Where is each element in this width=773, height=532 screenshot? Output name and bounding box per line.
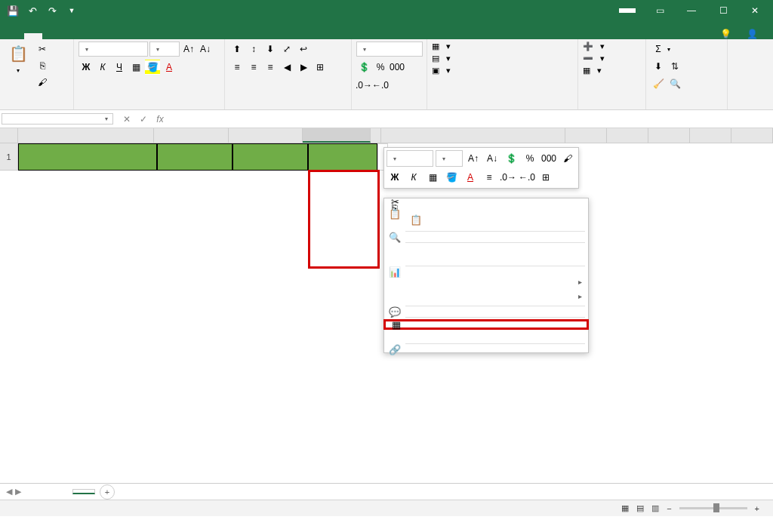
decrease-indent-icon[interactable]: ◀ (279, 60, 294, 75)
fill-color-icon[interactable]: 🪣 (145, 60, 160, 75)
col-header-j[interactable] (648, 128, 690, 143)
tab-review[interactable] (115, 33, 133, 39)
close-icon[interactable]: ✕ (740, 0, 770, 21)
name-box[interactable]: ▾ (2, 113, 113, 125)
sheet-nav-prev-icon[interactable]: ◀ (6, 487, 12, 497)
add-sheet-button[interactable]: + (100, 484, 115, 500)
align-top-icon[interactable]: ⬆ (229, 42, 245, 57)
increase-decimal-icon[interactable]: .0→ (356, 78, 371, 93)
col-header-c[interactable] (229, 128, 303, 143)
mini-format-painter-icon[interactable]: 🖌 (559, 150, 576, 167)
bold-icon[interactable]: Ж (79, 60, 94, 75)
tab-home[interactable] (24, 33, 42, 39)
mini-merge-icon[interactable]: ⊞ (537, 169, 554, 186)
ctx-paste-special[interactable] (384, 223, 588, 229)
zoom-out-icon[interactable]: − (667, 504, 671, 513)
tab-page-layout[interactable] (60, 33, 79, 39)
sheet-tab-active[interactable] (72, 489, 95, 494)
ctx-sort[interactable]: ▸ (384, 289, 588, 303)
sort-filter-icon[interactable]: ⇅ (667, 59, 682, 74)
tab-file[interactable] (6, 33, 24, 39)
ctx-paste-default[interactable]: 📋 (384, 217, 588, 223)
mini-italic-icon[interactable]: К (405, 169, 422, 186)
orientation-icon[interactable]: ⤢ (279, 42, 294, 57)
tab-formulas[interactable] (79, 33, 97, 39)
ctx-pick-list[interactable] (384, 329, 588, 335)
format-painter-icon[interactable]: 🖌 (35, 75, 50, 90)
wrap-text-icon[interactable]: ↩ (296, 42, 311, 57)
fx-icon[interactable]: fx (152, 114, 168, 125)
formula-input[interactable] (172, 118, 773, 121)
col-header-e[interactable] (371, 128, 381, 143)
decrease-decimal-icon[interactable]: ←.0 (373, 78, 388, 93)
mini-percent-icon[interactable]: % (522, 150, 538, 167)
mini-size-combo[interactable]: ▾ (436, 150, 463, 167)
ctx-cut[interactable]: ✂ (384, 198, 588, 204)
tab-developer[interactable] (151, 33, 169, 39)
col-header-a[interactable] (18, 128, 155, 143)
ctx-comment[interactable]: 💬 (384, 309, 588, 315)
ctx-define-name[interactable] (384, 335, 588, 341)
tab-data[interactable] (97, 33, 115, 39)
enter-formula-icon[interactable]: ✓ (136, 114, 151, 125)
mini-comma-icon[interactable]: 000 (540, 150, 557, 167)
ribbon-options-icon[interactable]: ▭ (645, 0, 675, 21)
autosum-icon[interactable]: Σ (651, 42, 666, 57)
mini-fill-icon[interactable]: 🪣 (443, 169, 460, 186)
percent-icon[interactable]: % (373, 60, 388, 75)
view-page-layout-icon[interactable]: ▤ (636, 503, 644, 513)
merge-icon[interactable]: ⊞ (313, 60, 328, 75)
align-right-icon[interactable]: ≡ (263, 60, 278, 75)
clear-icon[interactable]: 🧹 (651, 76, 666, 91)
mini-currency-icon[interactable]: 💲 (503, 150, 519, 167)
cancel-formula-icon[interactable]: ✕ (119, 114, 134, 125)
delete-cells-button[interactable]: ➖ ▾ (583, 54, 605, 63)
font-size-combo[interactable]: ▾ (149, 42, 180, 57)
align-center-icon[interactable]: ≡ (246, 60, 261, 75)
fill-icon[interactable]: ⬇ (651, 59, 666, 74)
col-header-i[interactable] (607, 128, 648, 143)
find-icon[interactable]: 🔍 (667, 76, 682, 91)
border-icon[interactable]: ▦ (128, 60, 143, 75)
mini-dec-decimal-icon[interactable]: ←.0 (519, 169, 535, 186)
insert-cells-button[interactable]: ➕ ▾ (583, 42, 605, 51)
ctx-delete[interactable] (384, 251, 588, 257)
zoom-slider[interactable] (679, 507, 747, 509)
ctx-filter[interactable]: ▸ (384, 275, 588, 289)
cut-icon[interactable]: ✂ (35, 42, 50, 57)
undo-icon[interactable]: ↶ (24, 2, 41, 19)
paste-button[interactable]: 📋 ▾ (5, 42, 32, 75)
tab-view[interactable] (133, 33, 151, 39)
zoom-in-icon[interactable]: + (755, 504, 759, 513)
tab-insert[interactable] (42, 33, 60, 39)
comma-icon[interactable]: 000 (390, 60, 405, 75)
col-header-d[interactable] (303, 128, 371, 143)
increase-font-icon[interactable]: A↑ (181, 42, 196, 57)
view-page-break-icon[interactable]: ▥ (651, 503, 659, 513)
sheet-nav-next-icon[interactable]: ▶ (15, 487, 21, 497)
maximize-icon[interactable]: ☐ (708, 0, 738, 21)
ctx-clear[interactable] (384, 257, 588, 263)
italic-icon[interactable]: К (95, 60, 110, 75)
format-as-table-button[interactable]: ▤ ▾ (432, 54, 451, 63)
align-left-icon[interactable]: ≡ (229, 60, 245, 75)
save-icon[interactable]: 💾 (5, 2, 21, 19)
qat-customize-icon[interactable]: ▼ (63, 2, 80, 19)
ctx-insert[interactable] (384, 245, 588, 251)
ctx-format-cells[interactable]: ▦ (383, 319, 589, 330)
col-header-h[interactable] (565, 128, 607, 143)
copy-icon[interactable]: ⎘ (35, 58, 50, 73)
font-color-icon[interactable]: А (162, 60, 177, 75)
mini-font-combo[interactable]: ▾ (386, 150, 433, 167)
mini-decrease-font-icon[interactable]: A↓ (484, 150, 500, 167)
ctx-quick-analysis[interactable]: 📊 (384, 269, 588, 275)
login-button[interactable] (619, 8, 636, 13)
mini-font-color-icon[interactable]: А (462, 169, 479, 186)
increase-indent-icon[interactable]: ▶ (296, 60, 311, 75)
ctx-smart-lookup[interactable]: 🔍 (384, 234, 588, 240)
select-all-corner[interactable] (0, 128, 18, 143)
col-header-l[interactable] (731, 128, 773, 143)
col-header-k[interactable] (690, 128, 731, 143)
mini-bold-icon[interactable]: Ж (386, 169, 403, 186)
ctx-link[interactable]: 🔗 (384, 346, 588, 352)
